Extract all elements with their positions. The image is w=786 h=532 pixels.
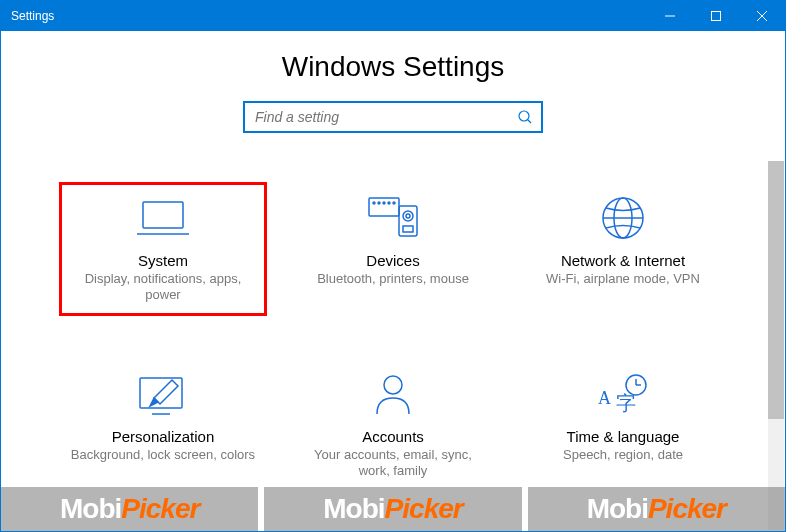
time-language-icon: A字 xyxy=(527,370,719,418)
person-icon xyxy=(297,370,489,418)
svg-rect-17 xyxy=(403,226,413,232)
card-desc: Bluetooth, printers, mouse xyxy=(297,271,489,287)
svg-point-9 xyxy=(373,202,375,204)
devices-icon xyxy=(297,194,489,242)
svg-point-12 xyxy=(388,202,390,204)
svg-rect-6 xyxy=(143,202,183,228)
close-icon xyxy=(757,11,767,21)
card-title: Network & Internet xyxy=(527,252,719,269)
card-desc: Background, lock screen, colors xyxy=(67,447,259,463)
content-area: Windows Settings System Display, notific… xyxy=(1,31,785,531)
settings-window: Settings Windows Settings xyxy=(0,0,786,532)
svg-rect-1 xyxy=(712,12,721,21)
card-accounts[interactable]: Accounts Your accounts, email, sync, wor… xyxy=(293,364,493,490)
card-desc: Wi-Fi, airplane mode, VPN xyxy=(527,271,719,287)
minimize-icon xyxy=(665,11,675,21)
window-title: Settings xyxy=(1,9,54,23)
card-desc: Display, notifications, apps, power xyxy=(67,271,259,304)
svg-point-10 xyxy=(378,202,380,204)
card-time-language[interactable]: A字 Time & language Speech, region, date xyxy=(523,364,723,490)
card-title: Personalization xyxy=(67,428,259,445)
svg-line-5 xyxy=(528,120,532,124)
svg-point-11 xyxy=(383,202,385,204)
search-box[interactable] xyxy=(243,101,543,133)
scrollbar-thumb[interactable] xyxy=(768,161,784,419)
card-desc: Speech, region, date xyxy=(527,447,719,463)
titlebar: Settings xyxy=(1,1,785,31)
search-icon xyxy=(517,109,533,129)
settings-grid: System Display, notifications, apps, pow… xyxy=(1,188,785,509)
maximize-icon xyxy=(711,11,721,21)
minimize-button[interactable] xyxy=(647,1,693,31)
window-controls xyxy=(647,1,785,31)
globe-icon xyxy=(527,194,719,242)
card-network-internet[interactable]: Network & Internet Wi-Fi, airplane mode,… xyxy=(523,188,723,314)
search-wrap xyxy=(1,101,785,133)
close-button[interactable] xyxy=(739,1,785,31)
page-title: Windows Settings xyxy=(1,51,785,83)
system-icon xyxy=(67,194,259,242)
svg-point-13 xyxy=(393,202,395,204)
card-desc: Your accounts, email, sync, work, family xyxy=(297,447,489,480)
search-input[interactable] xyxy=(253,108,533,126)
svg-point-15 xyxy=(403,211,413,221)
svg-text:A: A xyxy=(598,388,611,408)
card-title: Time & language xyxy=(527,428,719,445)
card-title: Accounts xyxy=(297,428,489,445)
maximize-button[interactable] xyxy=(693,1,739,31)
card-devices[interactable]: Devices Bluetooth, printers, mouse xyxy=(293,188,493,314)
card-title: Devices xyxy=(297,252,489,269)
svg-point-23 xyxy=(384,376,402,394)
card-system[interactable]: System Display, notifications, apps, pow… xyxy=(63,188,263,314)
paint-icon xyxy=(67,370,259,418)
svg-text:字: 字 xyxy=(616,392,636,414)
svg-rect-8 xyxy=(369,198,399,216)
svg-point-16 xyxy=(406,214,410,218)
card-personalization[interactable]: Personalization Background, lock screen,… xyxy=(63,364,263,490)
scrollbar[interactable] xyxy=(768,161,784,530)
card-title: System xyxy=(67,252,259,269)
